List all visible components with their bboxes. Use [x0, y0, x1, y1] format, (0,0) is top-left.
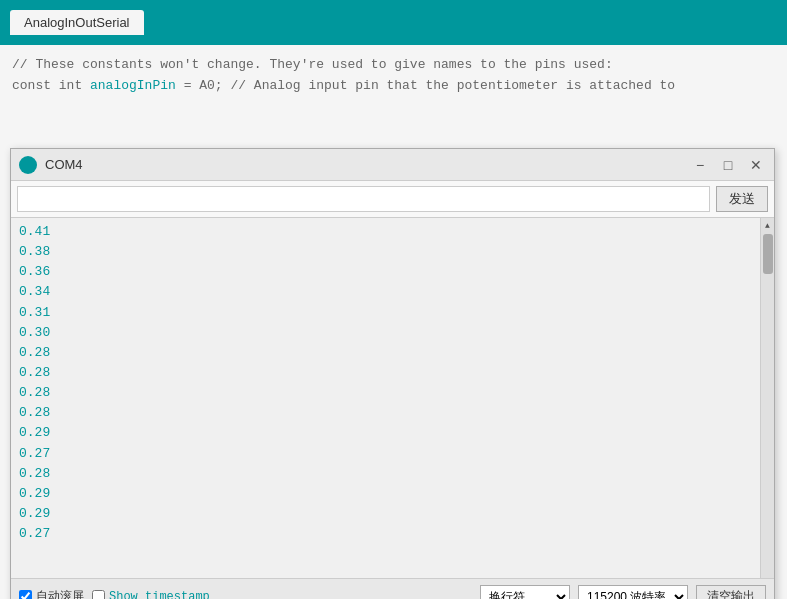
- autoscroll-group[interactable]: 自动滚屏: [19, 588, 84, 599]
- data-line: 0.30: [19, 323, 752, 343]
- autoscroll-checkbox[interactable]: [19, 590, 32, 599]
- serial-monitor-window: COM4 − □ ✕ 发送 0.41 0.38 0.36 0.34 0.31 0…: [10, 148, 775, 599]
- data-line: 0.29: [19, 423, 752, 443]
- data-line: 0.28: [19, 464, 752, 484]
- data-line: 0.28: [19, 343, 752, 363]
- serial-bottom-bar: 自动滚屏 Show timestamp 换行符 没有结束符 回车 NL & CR…: [11, 578, 774, 599]
- top-bar: AnalogInOutSerial: [0, 0, 787, 45]
- scroll-thumb[interactable]: [763, 234, 773, 274]
- serial-input-row: 发送: [11, 181, 774, 218]
- autoscroll-label: 自动滚屏: [36, 588, 84, 599]
- minimize-button[interactable]: −: [690, 155, 710, 175]
- serial-data-area: 0.41 0.38 0.36 0.34 0.31 0.30 0.28 0.28 …: [11, 218, 774, 578]
- maximize-button[interactable]: □: [718, 155, 738, 175]
- data-line: 0.29: [19, 504, 752, 524]
- clear-output-button[interactable]: 清空输出: [696, 585, 766, 600]
- data-line: 0.36: [19, 262, 752, 282]
- data-line: 0.31: [19, 303, 752, 323]
- data-line: 0.29: [19, 484, 752, 504]
- code-line-1: // These constants won't change. They're…: [12, 55, 775, 76]
- scroll-up-arrow[interactable]: ▲: [761, 218, 775, 232]
- timestamp-group[interactable]: Show timestamp: [92, 590, 210, 600]
- data-line: 0.27: [19, 524, 752, 544]
- tab-label[interactable]: AnalogInOutSerial: [10, 10, 144, 35]
- serial-message-input[interactable]: [17, 186, 710, 212]
- window-title: COM4: [45, 157, 690, 172]
- timestamp-label: Show timestamp: [109, 590, 210, 600]
- arduino-logo-icon: [19, 156, 37, 174]
- send-button[interactable]: 发送: [716, 186, 768, 212]
- serial-monitor-title-bar: COM4 − □ ✕: [11, 149, 774, 181]
- timestamp-checkbox[interactable]: [92, 590, 105, 599]
- data-line: 0.34: [19, 282, 752, 302]
- data-line: 0.38: [19, 242, 752, 262]
- code-line-2: const int analogInPin = A0; // Analog in…: [12, 76, 775, 97]
- data-line: 0.41: [19, 222, 752, 242]
- data-line: 0.27: [19, 444, 752, 464]
- data-line: 0.28: [19, 403, 752, 423]
- window-controls: − □ ✕: [690, 155, 766, 175]
- serial-data-content: 0.41 0.38 0.36 0.34 0.31 0.30 0.28 0.28 …: [11, 218, 760, 578]
- serial-scrollbar[interactable]: ▲: [760, 218, 774, 578]
- code-area: // These constants won't change. They're…: [0, 45, 787, 107]
- baud-rate-select[interactable]: 300 1200 2400 4800 9600 19200 38400 5760…: [578, 585, 688, 600]
- data-line: 0.28: [19, 363, 752, 383]
- close-button[interactable]: ✕: [746, 155, 766, 175]
- line-ending-select[interactable]: 换行符 没有结束符 回车 NL & CR: [480, 585, 570, 600]
- data-line: 0.28: [19, 383, 752, 403]
